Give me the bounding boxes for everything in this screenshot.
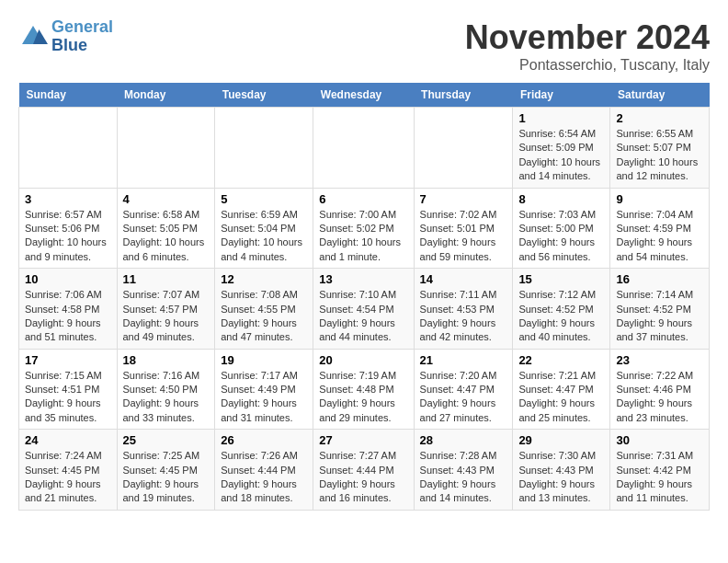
day-info: Sunrise: 7:19 AM Sunset: 4:48 PM Dayligh…: [319, 369, 407, 426]
day-number: 9: [616, 192, 703, 206]
day-info: Sunrise: 6:55 AM Sunset: 5:07 PM Dayligh…: [616, 127, 703, 184]
day-info: Sunrise: 7:06 AM Sunset: 4:58 PM Dayligh…: [25, 288, 111, 345]
day-info: Sunrise: 7:26 AM Sunset: 4:44 PM Dayligh…: [221, 449, 307, 506]
day-info: Sunrise: 7:21 AM Sunset: 4:47 PM Dayligh…: [518, 369, 604, 426]
day-number: 19: [221, 353, 307, 367]
day-number: 23: [616, 353, 703, 367]
day-info: Sunrise: 7:31 AM Sunset: 4:42 PM Dayligh…: [616, 449, 703, 506]
calendar-cell: 23Sunrise: 7:22 AM Sunset: 4:46 PM Dayli…: [610, 349, 710, 430]
day-number: 4: [123, 192, 210, 206]
calendar-cell: [19, 108, 118, 189]
weekday-header-row: SundayMondayTuesdayWednesdayThursdayFrid…: [19, 83, 710, 108]
calendar-cell: 6Sunrise: 7:00 AM Sunset: 5:02 PM Daylig…: [313, 188, 414, 269]
logo-icon: [18, 22, 48, 52]
day-info: Sunrise: 7:16 AM Sunset: 4:50 PM Dayligh…: [123, 369, 210, 426]
calendar-cell: 10Sunrise: 7:06 AM Sunset: 4:58 PM Dayli…: [19, 269, 118, 350]
day-number: 1: [518, 111, 604, 125]
day-info: Sunrise: 6:58 AM Sunset: 5:05 PM Dayligh…: [123, 208, 210, 265]
day-info: Sunrise: 7:15 AM Sunset: 4:51 PM Dayligh…: [25, 369, 111, 426]
day-info: Sunrise: 7:27 AM Sunset: 4:44 PM Dayligh…: [319, 449, 407, 506]
day-number: 14: [420, 272, 507, 286]
day-info: Sunrise: 7:11 AM Sunset: 4:53 PM Dayligh…: [420, 288, 507, 345]
day-info: Sunrise: 7:22 AM Sunset: 4:46 PM Dayligh…: [616, 369, 703, 426]
calendar-cell: 11Sunrise: 7:07 AM Sunset: 4:57 PM Dayli…: [117, 269, 215, 350]
calendar-cell: 30Sunrise: 7:31 AM Sunset: 4:42 PM Dayli…: [610, 430, 710, 511]
page-header: General Blue November 2024 Pontasserchio…: [18, 18, 710, 74]
day-info: Sunrise: 7:00 AM Sunset: 5:02 PM Dayligh…: [319, 208, 407, 265]
month-title: November 2024: [465, 18, 710, 57]
day-number: 24: [25, 433, 111, 447]
weekday-header-cell: Monday: [117, 83, 215, 108]
day-number: 7: [420, 192, 507, 206]
day-number: 27: [319, 433, 407, 447]
location: Pontasserchio, Tuscany, Italy: [465, 57, 710, 74]
calendar-cell: 19Sunrise: 7:17 AM Sunset: 4:49 PM Dayli…: [215, 349, 313, 430]
day-info: Sunrise: 6:59 AM Sunset: 5:04 PM Dayligh…: [221, 208, 307, 265]
calendar-week-row: 1Sunrise: 6:54 AM Sunset: 5:09 PM Daylig…: [19, 108, 710, 189]
day-info: Sunrise: 7:24 AM Sunset: 4:45 PM Dayligh…: [25, 449, 111, 506]
day-info: Sunrise: 7:08 AM Sunset: 4:55 PM Dayligh…: [221, 288, 307, 345]
calendar-cell: 29Sunrise: 7:30 AM Sunset: 4:43 PM Dayli…: [513, 430, 610, 511]
day-number: 26: [221, 433, 307, 447]
day-info: Sunrise: 7:28 AM Sunset: 4:43 PM Dayligh…: [420, 449, 507, 506]
calendar-cell: 2Sunrise: 6:55 AM Sunset: 5:07 PM Daylig…: [610, 108, 710, 189]
calendar-cell: [414, 108, 513, 189]
logo: General Blue: [18, 18, 113, 55]
calendar-cell: 3Sunrise: 6:57 AM Sunset: 5:06 PM Daylig…: [19, 188, 118, 269]
day-info: Sunrise: 7:07 AM Sunset: 4:57 PM Dayligh…: [123, 288, 210, 345]
day-number: 15: [518, 272, 604, 286]
day-number: 25: [123, 433, 210, 447]
calendar-table: SundayMondayTuesdayWednesdayThursdayFrid…: [18, 83, 710, 511]
calendar-cell: 14Sunrise: 7:11 AM Sunset: 4:53 PM Dayli…: [414, 269, 513, 350]
calendar-cell: [117, 108, 215, 189]
calendar-cell: 1Sunrise: 6:54 AM Sunset: 5:09 PM Daylig…: [513, 108, 610, 189]
calendar-week-row: 3Sunrise: 6:57 AM Sunset: 5:06 PM Daylig…: [19, 188, 710, 269]
weekday-header-cell: Sunday: [19, 83, 118, 108]
calendar-cell: [313, 108, 414, 189]
day-info: Sunrise: 7:02 AM Sunset: 5:01 PM Dayligh…: [420, 208, 507, 265]
calendar-cell: 5Sunrise: 6:59 AM Sunset: 5:04 PM Daylig…: [215, 188, 313, 269]
calendar-cell: 12Sunrise: 7:08 AM Sunset: 4:55 PM Dayli…: [215, 269, 313, 350]
day-info: Sunrise: 6:57 AM Sunset: 5:06 PM Dayligh…: [25, 208, 111, 265]
calendar-cell: 15Sunrise: 7:12 AM Sunset: 4:52 PM Dayli…: [513, 269, 610, 350]
calendar-week-row: 17Sunrise: 7:15 AM Sunset: 4:51 PM Dayli…: [19, 349, 710, 430]
title-block: November 2024 Pontasserchio, Tuscany, It…: [465, 18, 710, 74]
day-info: Sunrise: 7:14 AM Sunset: 4:52 PM Dayligh…: [616, 288, 703, 345]
weekday-header-cell: Saturday: [610, 83, 710, 108]
day-info: Sunrise: 7:03 AM Sunset: 5:00 PM Dayligh…: [518, 208, 604, 265]
day-number: 28: [420, 433, 507, 447]
weekday-header-cell: Thursday: [414, 83, 513, 108]
calendar-cell: 7Sunrise: 7:02 AM Sunset: 5:01 PM Daylig…: [414, 188, 513, 269]
calendar-cell: 24Sunrise: 7:24 AM Sunset: 4:45 PM Dayli…: [19, 430, 118, 511]
day-number: 3: [25, 192, 111, 206]
day-number: 6: [319, 192, 407, 206]
day-number: 17: [25, 353, 111, 367]
day-number: 2: [616, 111, 703, 125]
day-number: 20: [319, 353, 407, 367]
day-number: 5: [221, 192, 307, 206]
day-number: 29: [518, 433, 604, 447]
calendar-cell: 25Sunrise: 7:25 AM Sunset: 4:45 PM Dayli…: [117, 430, 215, 511]
calendar-week-row: 10Sunrise: 7:06 AM Sunset: 4:58 PM Dayli…: [19, 269, 710, 350]
calendar-cell: 28Sunrise: 7:28 AM Sunset: 4:43 PM Dayli…: [414, 430, 513, 511]
day-number: 12: [221, 272, 307, 286]
day-number: 21: [420, 353, 507, 367]
day-number: 30: [616, 433, 703, 447]
day-info: Sunrise: 6:54 AM Sunset: 5:09 PM Dayligh…: [518, 127, 604, 184]
calendar-cell: 21Sunrise: 7:20 AM Sunset: 4:47 PM Dayli…: [414, 349, 513, 430]
day-number: 10: [25, 272, 111, 286]
calendar-cell: 22Sunrise: 7:21 AM Sunset: 4:47 PM Dayli…: [513, 349, 610, 430]
calendar-cell: 20Sunrise: 7:19 AM Sunset: 4:48 PM Dayli…: [313, 349, 414, 430]
calendar-cell: 17Sunrise: 7:15 AM Sunset: 4:51 PM Dayli…: [19, 349, 118, 430]
calendar-cell: 16Sunrise: 7:14 AM Sunset: 4:52 PM Dayli…: [610, 269, 710, 350]
calendar-cell: 4Sunrise: 6:58 AM Sunset: 5:05 PM Daylig…: [117, 188, 215, 269]
calendar-cell: 18Sunrise: 7:16 AM Sunset: 4:50 PM Dayli…: [117, 349, 215, 430]
calendar-week-row: 24Sunrise: 7:24 AM Sunset: 4:45 PM Dayli…: [19, 430, 710, 511]
day-number: 18: [123, 353, 210, 367]
day-number: 16: [616, 272, 703, 286]
day-info: Sunrise: 7:20 AM Sunset: 4:47 PM Dayligh…: [420, 369, 507, 426]
logo-text: General Blue: [51, 18, 113, 55]
day-number: 22: [518, 353, 604, 367]
day-info: Sunrise: 7:10 AM Sunset: 4:54 PM Dayligh…: [319, 288, 407, 345]
calendar-cell: 8Sunrise: 7:03 AM Sunset: 5:00 PM Daylig…: [513, 188, 610, 269]
